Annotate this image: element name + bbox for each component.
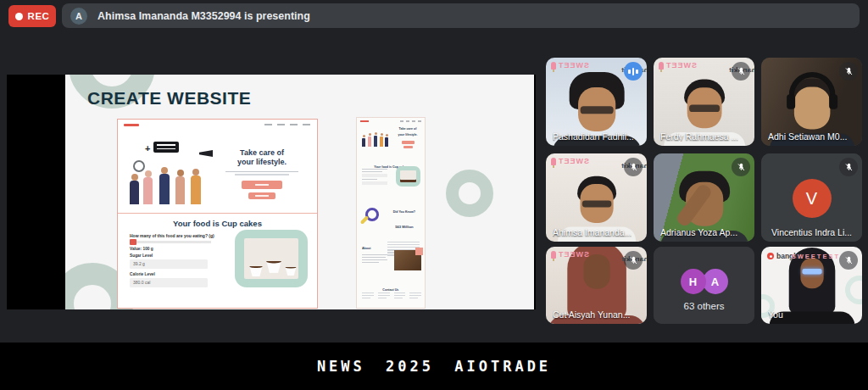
clock-icon (133, 160, 145, 172)
thumb-illustration (361, 128, 388, 147)
calorie-label: Calorie Level (130, 272, 225, 276)
recording-dot-icon (15, 13, 23, 20)
participant-name: You (768, 309, 783, 320)
ice-cream-icon (659, 62, 664, 70)
mic-off-icon (624, 251, 643, 270)
sugar-value-field: 39.2 g (130, 259, 208, 269)
mockup-logo (124, 124, 139, 126)
ice-cream-icon (551, 158, 556, 165)
hero-subtext-bar (225, 171, 298, 173)
thumb-hero: Take care of your lifestyle. (391, 127, 425, 148)
thumb-hero-line2: your lifestyle. (398, 133, 418, 136)
thumb-cupcake-card (396, 166, 420, 187)
food-form: How many of this food are you eating? (g… (130, 233, 225, 287)
avatar: V (793, 179, 832, 218)
thumb-about: About (362, 247, 391, 263)
participant-tile[interactable]: SWEET bangkit Ferdy Rahmaesa ... (654, 58, 754, 146)
hero-secondary-button (248, 192, 275, 199)
shared-screen[interactable]: CREATE WEBSITE + Take care of (7, 75, 536, 309)
hero-heading-line2: your lifestyle. (237, 158, 287, 166)
participant-tile[interactable]: V Vincentius Indra Li... (761, 153, 862, 242)
magnifier-icon (365, 208, 379, 221)
caption-text: NEWS 2025 AIOTRADE (317, 358, 551, 375)
decor-ring (446, 170, 493, 217)
about-heading: About (362, 247, 379, 250)
avatar: H (681, 269, 706, 294)
cupcake-icon (264, 261, 284, 273)
cupcake-icon (284, 267, 298, 276)
caption-band: NEWS 2025 AIOTRADE (0, 343, 868, 390)
mic-off-icon (839, 251, 858, 270)
participant-name: Vincentius Indra Li... (761, 227, 862, 237)
mockup-header (118, 120, 317, 131)
food-section-heading: Your food is Cup cakes (118, 219, 317, 228)
participant-tile[interactable]: Adrianus Yoza Ap... (654, 153, 754, 242)
website-mockup-desktop: + Take care of your lifestyle. (117, 119, 318, 309)
recording-indicator[interactable]: REC (8, 5, 56, 27)
ice-cream-icon (551, 251, 556, 259)
hero-cta-button (242, 181, 282, 189)
self-view-tile[interactable]: bangkit SWEETEST You (761, 247, 862, 324)
health-sign-icon (153, 142, 179, 153)
participant-tile[interactable]: Adhi Setiawan M0... (761, 58, 862, 146)
participant-name: Ferdy Rahmaesa ... (660, 131, 738, 142)
hero-heading-line1: Take care of (240, 148, 284, 157)
thumb-form (362, 167, 391, 185)
website-mockup-fullpage: Take care of your lifestyle. Your food i… (356, 117, 426, 309)
sweet-overlay: SWEET (551, 61, 589, 70)
thumb-button (403, 146, 413, 148)
thumb-hero-line1: Take care of (398, 127, 418, 131)
participant-name: Adrianus Yoza Ap... (660, 227, 737, 237)
participant-name: Cut Aisyah Yunan... (553, 309, 630, 320)
plus-icon: + (145, 143, 150, 153)
cupcake-icon (248, 266, 264, 276)
others-count: 63 others (654, 301, 754, 311)
hero-subtext-bar (235, 174, 289, 176)
participant-tile[interactable]: SWEET bangkit Ahimsa Imananda... (546, 153, 647, 242)
thumb-contact-columns (362, 291, 421, 298)
hero-illustration: + (128, 143, 214, 204)
participant-tile[interactable]: SWEET bangkit Cut Aisyah Yunan... (546, 247, 647, 324)
participant-name: Adhi Setiawan M0... (768, 131, 847, 142)
participant-tile[interactable]: SWEET bangkit Pashadidan Fadhil... (546, 58, 647, 146)
presenter-avatar: A (70, 8, 87, 25)
hero-text: Take care of your lifestyle. (215, 148, 309, 199)
thumb-about-photo (394, 250, 421, 270)
mockup-nav (264, 124, 310, 125)
participant-grid: SWEET bangkit Pashadidan Fadhil... SWEET… (546, 58, 862, 324)
mic-off-icon (839, 62, 858, 81)
participant-name: Pashadidan Fadhil... (553, 131, 634, 142)
mic-off-icon (839, 158, 858, 176)
sweet-overlay: SWEET (659, 61, 697, 70)
section-divider (118, 213, 317, 214)
presenting-text: Ahimsa Imananda M3352994 is presenting (97, 10, 310, 22)
stacked-avatars: H A (681, 269, 728, 294)
thumb-logo (360, 120, 369, 122)
fact-value: 563 Million (395, 225, 413, 229)
question-label: How many of this food are you eating? (g… (130, 233, 225, 238)
mic-off-icon (732, 158, 750, 176)
mic-off-icon (732, 62, 750, 81)
bangkit-logo-icon (767, 253, 774, 259)
cupcake-card (235, 230, 308, 287)
more-participants-tile[interactable]: H A 63 others (654, 247, 754, 324)
value-label: Value: 100 g (130, 247, 225, 251)
cupcake-photo (244, 238, 298, 279)
sweetest-overlay: SWEETEST (792, 253, 840, 260)
sweet-overlay: SWEET (551, 250, 589, 259)
mic-off-icon (624, 158, 643, 176)
meeting-top-bar: REC A Ahimsa Imananda M3352994 is presen… (0, 0, 868, 32)
calorie-value-field: 380.0 cal (130, 278, 208, 287)
speaking-indicator-icon (624, 62, 643, 81)
headphones-icon (788, 72, 835, 98)
slide-title: CREATE WEBSITE (87, 88, 251, 109)
slider-handle (130, 239, 136, 245)
amount-slider (130, 241, 211, 243)
presentation-slide: CREATE WEBSITE + Take care of (65, 75, 534, 309)
thumb-button (402, 141, 415, 144)
glasses-reflection (802, 269, 821, 274)
sugar-label: Sugar Level (130, 254, 225, 258)
sweet-overlay: SWEET (551, 157, 589, 165)
recording-label: REC (28, 11, 50, 21)
participant-name: Ahimsa Imananda... (553, 227, 632, 237)
